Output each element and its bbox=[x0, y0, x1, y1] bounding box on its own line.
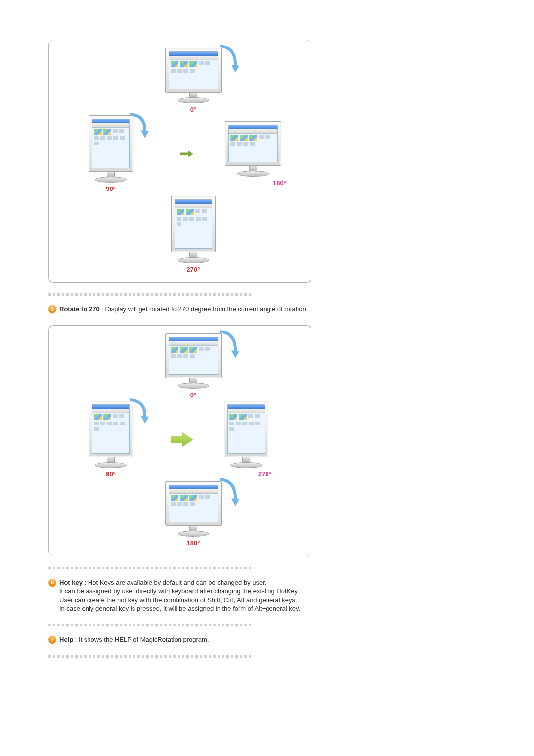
angle-label-270: 270° bbox=[187, 265, 200, 274]
item-6-hot-key: 6 Hot key : Hot Keys are available by de… bbox=[48, 578, 486, 613]
bullet-number-6: 6 bbox=[48, 579, 56, 587]
monitor-180deg bbox=[165, 481, 222, 537]
item-5-rotate-to-270: 5 Rotate to 270 : Display will get rotat… bbox=[48, 305, 486, 314]
item-7-text: Help : It shows the HELP of MagicRotatio… bbox=[59, 635, 486, 644]
item-7-desc: : It shows the HELP of MagicRotation pro… bbox=[75, 636, 209, 643]
item-7-help: 7 Help : It shows the HELP of MagicRotat… bbox=[48, 635, 486, 644]
separator-dots bbox=[48, 655, 486, 658]
angle-label-0: 0° bbox=[190, 391, 196, 400]
angle-label-0: 0° bbox=[190, 105, 196, 114]
item-5-title: Rotate to 270 bbox=[59, 305, 100, 313]
angle-label-270-result: 270° bbox=[258, 470, 271, 479]
item-6-line3: User can create the hot key with the com… bbox=[59, 596, 297, 604]
figure-rotate-270: 0° 90° bbox=[48, 325, 312, 556]
monitor-0deg bbox=[165, 48, 222, 103]
item-6-text: Hot key : Hot Keys are available by defa… bbox=[59, 578, 486, 613]
svg-marker-0 bbox=[231, 65, 239, 73]
item-5-text: Rotate to 270 : Display will get rotated… bbox=[59, 305, 486, 314]
svg-marker-1 bbox=[141, 130, 149, 138]
arrow-right-big-icon bbox=[171, 432, 193, 447]
arrow-right-icon bbox=[180, 150, 193, 157]
svg-marker-4 bbox=[231, 498, 239, 506]
item-6-line1: : Hot Keys are available by default and … bbox=[85, 579, 267, 586]
bullet-number-5: 5 bbox=[48, 305, 56, 313]
monitor-0deg bbox=[165, 333, 222, 389]
item-5-desc: : Display will get rotated to 270 degree… bbox=[101, 305, 308, 313]
svg-marker-2 bbox=[231, 350, 239, 358]
monitor-270deg bbox=[171, 196, 216, 263]
angle-label-180: 180° bbox=[187, 539, 200, 548]
monitor-90deg bbox=[89, 115, 133, 183]
item-6-line2: It can be assigned by user directly with… bbox=[59, 587, 299, 595]
monitor-270deg-result bbox=[224, 401, 268, 468]
document-page: 0° 90° bbox=[0, 0, 534, 756]
angle-label-90: 90° bbox=[106, 470, 116, 479]
figure-rotate-180: 0° 90° bbox=[48, 40, 312, 283]
angle-label-180: 180° bbox=[273, 179, 286, 188]
item-7-title: Help bbox=[59, 636, 73, 643]
item-6-line4: In case only general key is pressed, it … bbox=[59, 605, 300, 612]
angle-label-90: 90° bbox=[106, 185, 116, 193]
monitor-90deg bbox=[89, 401, 133, 468]
item-6-title: Hot key bbox=[59, 579, 83, 586]
bullet-number-7: 7 bbox=[48, 636, 56, 644]
svg-marker-3 bbox=[141, 416, 149, 424]
separator-dots bbox=[48, 567, 486, 569]
monitor-180deg bbox=[225, 121, 281, 177]
separator-dots bbox=[48, 293, 486, 296]
separator-dots bbox=[48, 624, 486, 626]
